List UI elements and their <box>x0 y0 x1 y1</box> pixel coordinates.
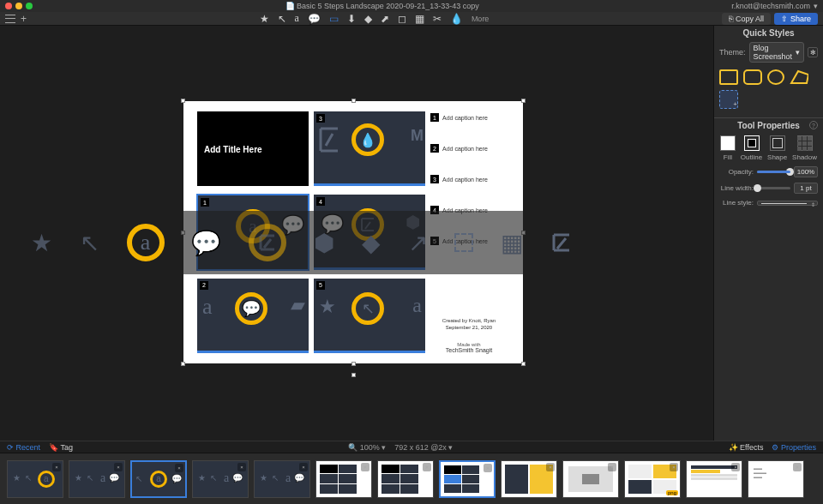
step-tile-2[interactable]: 2 a 💬 ▰ <box>197 279 309 353</box>
zoom-control[interactable]: 🔍 100% ▾ <box>348 443 386 452</box>
fill-property[interactable]: Fill <box>720 135 736 161</box>
share-icon: ⇧ <box>781 15 788 23</box>
outline-property[interactable]: Outline <box>741 135 762 161</box>
document-title: 📄 Basic 5 Steps Landscape 2020-09-21_13-… <box>33 2 731 10</box>
chevron-down-icon: ▾ <box>448 443 453 452</box>
copy-icon: ⎘ <box>729 15 733 23</box>
side-panel: Quick Styles Theme: Blog Screenshot▾ ✻ +… <box>713 26 823 441</box>
status-bar: ⟳ Recent 🔖 Tag 🔍 100% ▾ 792 x 612 @2x ▾ … <box>0 441 823 453</box>
chevron-down-icon: ▾ <box>814 2 818 10</box>
thumbnail[interactable]: ★↖ a × <box>7 460 63 498</box>
share-button[interactable]: ⇧Share <box>774 13 818 25</box>
properties-button[interactable]: ⚙ Properties <box>772 443 816 452</box>
shape-property[interactable]: Shape <box>767 135 787 161</box>
thumbnail[interactable]: ★↖ a 💬 × <box>192 460 249 498</box>
callout-tool[interactable]: 💬 <box>308 13 321 25</box>
highlighted-crop-icon <box>249 224 286 261</box>
account-menu[interactable]: r.knott@techsmith.com▾ <box>731 2 818 10</box>
quick-rect[interactable] <box>719 69 738 85</box>
png-badge: png <box>666 490 678 495</box>
theme-label: Theme: <box>719 48 746 57</box>
theme-dropdown[interactable]: Blog Screenshot▾ <box>749 42 804 63</box>
minimize-window[interactable] <box>15 3 22 9</box>
selection-icon <box>454 233 473 252</box>
search-icon: 🔍 <box>348 443 357 452</box>
close-window[interactable] <box>5 3 12 9</box>
quick-rounded-rect[interactable] <box>743 69 762 85</box>
quick-styles-title: Quick Styles <box>714 26 823 40</box>
resize-handle[interactable] <box>521 99 526 103</box>
thumbnail-selected[interactable]: × <box>439 460 496 498</box>
thumbnail[interactable]: × <box>501 460 557 498</box>
thumbnail[interactable]: ▬▬▬▬▬▬▬ × <box>748 460 804 498</box>
maximize-window[interactable] <box>26 3 33 9</box>
shadow-property[interactable]: Shadow <box>792 135 817 161</box>
thumbnail[interactable]: × <box>686 460 742 498</box>
selection-tool[interactable]: ◻ <box>398 13 406 25</box>
thumbnail[interactable]: ★↖ a 💬 × <box>69 460 125 498</box>
dimensions[interactable]: 792 x 612 @2x ▾ <box>394 443 453 452</box>
step-tile-3[interactable]: 3 💧 M <box>314 111 425 186</box>
close-icon[interactable]: × <box>52 463 61 471</box>
move-tool[interactable]: ⬈ <box>381 13 389 25</box>
linewidth-slider[interactable] <box>757 187 790 189</box>
window-controls[interactable] <box>5 3 33 9</box>
tag-button[interactable]: 🔖 Tag <box>49 443 73 452</box>
quick-add[interactable]: + <box>719 90 738 109</box>
opacity-value[interactable]: 100% <box>794 166 818 177</box>
arrow-icon: ↖ <box>80 229 99 257</box>
thumbnail-tray: ★↖ a × ★↖ a 💬 × ↖ a 💬 × ★↖ a 💬 × ★↖ a 💬 … <box>0 453 823 504</box>
highlighted-text-icon: a <box>127 224 165 261</box>
resize-handle[interactable] <box>351 99 356 103</box>
toolbar: + ★ ↖ a 💬 ▭ ⬇ ◆ ⬈ ◻ ▦ ✂ 💧 More ⎘Copy All… <box>0 12 823 26</box>
thumbnail[interactable]: ★↖ a 💬 × <box>254 460 310 498</box>
resize-handle[interactable] <box>521 362 526 366</box>
thumbnail[interactable]: png × <box>624 460 681 498</box>
opacity-slider[interactable] <box>757 171 790 173</box>
blur-tool[interactable]: ▦ <box>415 13 424 25</box>
magic-tool[interactable]: 💧 <box>450 13 463 25</box>
title-tile[interactable]: Add Title Here <box>197 111 309 186</box>
shape-tool[interactable]: ▭ <box>329 13 339 25</box>
thumbnail[interactable]: × <box>315 460 372 498</box>
thumbnail[interactable]: × <box>562 460 619 498</box>
linestyle-label: Line style: <box>719 199 754 207</box>
effects-button[interactable]: ✨ Effects <box>729 443 764 452</box>
fill-icon: ◆ <box>362 229 381 257</box>
step-tile-5[interactable]: 5 ★ ↖ a <box>314 279 425 353</box>
add-button[interactable]: + <box>21 13 27 25</box>
caption-1[interactable]: Add caption here <box>442 115 488 121</box>
titlebar: 📄 Basic 5 Steps Landscape 2020-09-21_13-… <box>0 0 823 12</box>
rotate-handle[interactable] <box>351 373 356 377</box>
caption-3[interactable]: Add caption here <box>442 177 488 183</box>
recent-button[interactable]: ⟳ Recent <box>7 443 40 452</box>
menu-button[interactable] <box>5 15 15 23</box>
help-icon[interactable]: ? <box>809 121 818 129</box>
brand: TechSmith Snagit <box>430 347 508 353</box>
chevron-down-icon: ▾ <box>796 48 800 57</box>
fill-tool[interactable]: ◆ <box>364 13 372 25</box>
resize-handle[interactable] <box>181 362 185 366</box>
more-tools[interactable]: More <box>472 15 490 23</box>
thumbnail-selected[interactable]: ↖ a 💬 × <box>130 460 187 498</box>
tool-properties-title: Tool Properties? <box>714 117 823 133</box>
quick-ellipse[interactable] <box>767 69 784 85</box>
resize-handle[interactable] <box>351 362 356 366</box>
text-tool[interactable]: a <box>295 12 299 25</box>
simplify-tool[interactable]: ✂ <box>433 13 442 25</box>
copy-all-button[interactable]: ⎘Copy All <box>722 13 771 25</box>
star-icon: ★ <box>31 229 52 257</box>
canvas[interactable]: Add Title Here 3 💧 M 1Add caption here 2… <box>0 26 713 441</box>
arrow-tool[interactable]: ↖ <box>278 13 286 25</box>
file-icon: 📄 <box>285 2 297 10</box>
floating-tool-overlay: ★ ↖ a 💬 ⬢ ◆ ↗ ▦ <box>0 211 604 274</box>
favorite-tool[interactable]: ★ <box>260 13 269 25</box>
quick-polygon[interactable] <box>790 69 808 85</box>
stamp-tool[interactable]: ⬇ <box>347 13 356 25</box>
caption-2[interactable]: Add caption here <box>442 146 488 152</box>
resize-handle[interactable] <box>181 99 185 103</box>
linestyle-dropdown[interactable]: ⇕ <box>757 201 818 206</box>
theme-settings[interactable]: ✻ <box>808 47 818 57</box>
linewidth-value[interactable]: 1 pt <box>794 183 818 194</box>
thumbnail[interactable]: × <box>377 460 434 498</box>
